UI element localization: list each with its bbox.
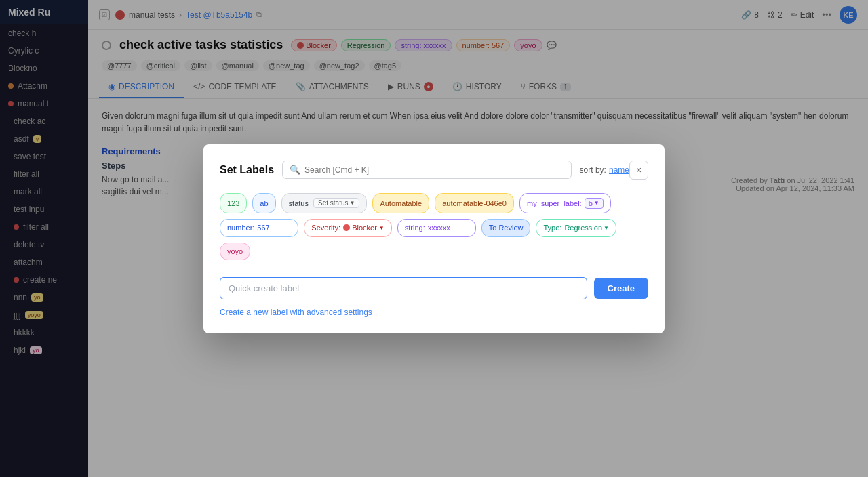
quick-create-section: Create [220, 277, 648, 299]
label-pill-ab[interactable]: ab [252, 193, 275, 214]
number-input[interactable] [257, 224, 291, 232]
label-pill-123[interactable]: 123 [220, 193, 247, 214]
modal-title: Set Labels [220, 164, 274, 176]
sort-by: sort by: name [580, 165, 629, 175]
label-pill-type[interactable]: Type: Regression ▼ [536, 219, 616, 237]
severity-select[interactable]: Blocker ▼ [343, 224, 384, 232]
modal-overlay: Set Labels 🔍 sort by: name × 123 ab stat… [0, 0, 868, 477]
set-labels-modal: Set Labels 🔍 sort by: name × 123 ab stat… [203, 144, 665, 333]
label-pill-number[interactable]: number: [220, 219, 298, 237]
advanced-settings-link[interactable]: Create a new label with advanced setting… [220, 308, 648, 317]
label-pill-yoyo[interactable]: yoyo [220, 243, 250, 261]
background-page: Mixed Ru check h Cyrylic c Blockno Attac… [0, 0, 868, 477]
close-button[interactable]: × [629, 161, 648, 180]
super-select[interactable]: b ▼ [585, 198, 604, 209]
modal-search-wrapper: 🔍 [282, 161, 572, 179]
label-pill-severity[interactable]: Severity: Blocker ▼ [304, 219, 391, 237]
string-input[interactable] [428, 224, 469, 232]
label-pill-super[interactable]: my_super_label: b ▼ [519, 193, 611, 214]
blocker-dot-icon [343, 224, 350, 231]
create-button[interactable]: Create [594, 278, 648, 299]
label-pill-automatable[interactable]: Automatable [372, 193, 429, 214]
labels-grid: 123 ab status Set status ▼ Automatable a… [220, 190, 648, 272]
label-pill-status[interactable]: status Set status ▼ [281, 193, 368, 214]
search-icon: 🔍 [290, 165, 300, 175]
status-select[interactable]: Set status ▼ [313, 198, 359, 208]
chevron-down-icon: ▼ [604, 225, 609, 231]
quick-create-input[interactable] [220, 277, 587, 299]
type-select[interactable]: Regression ▼ [564, 224, 609, 232]
label-pill-automatable2[interactable]: automatable-046e0 [435, 193, 514, 214]
chevron-down-icon: ▼ [594, 200, 599, 206]
chevron-down-icon: ▼ [349, 200, 355, 206]
search-input[interactable] [304, 165, 564, 175]
label-pill-toreview[interactable]: To Review [481, 219, 531, 237]
sort-name-link[interactable]: name [609, 165, 629, 175]
label-pill-string[interactable]: string: [397, 219, 476, 237]
modal-header: Set Labels 🔍 sort by: name × [220, 161, 648, 180]
chevron-down-icon: ▼ [379, 225, 384, 231]
